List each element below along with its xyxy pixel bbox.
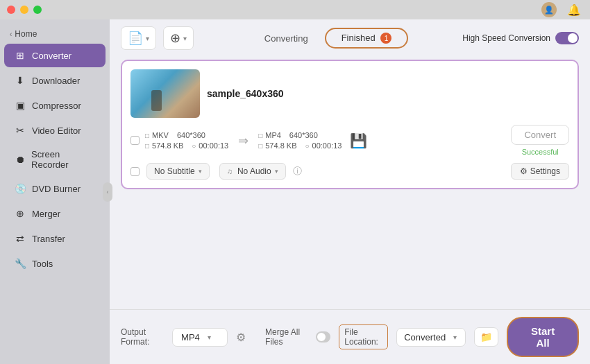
bottom-bar: Output Format: MP4 ▾ ⚙ Merge All Files F… xyxy=(110,309,590,364)
notification-icon[interactable]: 🔔 xyxy=(566,2,582,17)
main-content: 📄 ▾ ⊕ ▾ Converting Finished 1 High Speed… xyxy=(110,19,590,364)
open-folder-button[interactable]: 📁 xyxy=(474,327,498,347)
convert-arrow-icon: ⇒ xyxy=(228,133,258,148)
audio-select[interactable]: ♫ No Audio ▾ xyxy=(219,163,286,180)
file-location-value: Converted xyxy=(404,332,446,343)
tools-icon: 🔧 xyxy=(14,257,26,270)
target-file-icon: □ xyxy=(258,132,262,139)
source-resolution: 640*360 xyxy=(177,131,205,139)
merge-toggle-thumb xyxy=(317,333,326,341)
finished-badge: 1 xyxy=(380,33,391,44)
dvd-burner-icon: 💿 xyxy=(14,182,26,195)
sidebar-item-label: Screen Recorder xyxy=(31,149,96,170)
file-card-header: sample_640x360 xyxy=(130,69,569,118)
source-format: MKV xyxy=(152,131,169,139)
sidebar-item-merger[interactable]: ⊕ Merger xyxy=(4,202,106,225)
subtitle-select[interactable]: No Subtitle ▾ xyxy=(146,163,210,180)
high-speed-toggle[interactable] xyxy=(555,32,579,44)
tab-finished-label: Finished xyxy=(342,33,376,43)
merger-icon: ⊕ xyxy=(14,207,26,220)
maximize-button[interactable] xyxy=(33,6,42,14)
minimize-button[interactable] xyxy=(20,6,28,14)
tab-finished[interactable]: Finished 1 xyxy=(325,28,409,49)
file-icon: □ xyxy=(145,132,149,139)
tab-converting-label: Converting xyxy=(264,33,308,44)
thumbnail-figure xyxy=(151,90,162,111)
compressor-icon: ▣ xyxy=(14,99,26,112)
settings-button[interactable]: ⚙ Settings xyxy=(511,163,569,180)
output-format-label: Output Format: xyxy=(121,327,164,347)
high-speed-conversion: High Speed Conversion xyxy=(462,32,579,44)
settings-gear-icon: ⚙ xyxy=(520,166,528,176)
settings-icon-bottom[interactable]: ⚙ xyxy=(236,331,246,344)
close-button[interactable] xyxy=(7,6,15,14)
merge-toggle[interactable] xyxy=(316,331,331,343)
video-editor-icon: ✂ xyxy=(14,124,26,137)
high-speed-label: High Speed Conversion xyxy=(462,33,550,43)
sidebar: ‹ Home ⊞ Converter ⬇ Downloader ▣ Compre… xyxy=(0,19,110,364)
target-clock-icon: ○ xyxy=(305,142,310,150)
sidebar-item-converter[interactable]: ⊞ Converter xyxy=(4,44,106,67)
sidebar-item-label: Downloader xyxy=(32,76,80,86)
subtitle-checkbox[interactable] xyxy=(130,167,140,176)
add-url-icon: ⊕ xyxy=(170,31,180,46)
home-label: Home xyxy=(15,29,37,39)
convert-button[interactable]: Convert xyxy=(511,125,569,145)
subtitle-arrow-icon: ▾ xyxy=(199,168,202,175)
target-folder-icon: □ xyxy=(258,142,262,150)
source-size: 574.8 KB xyxy=(152,141,183,150)
target-info: □ MP4 640*360 □ 574.8 KB ○ 00:00:13 xyxy=(258,131,342,150)
save-settings-icon[interactable]: 💾 xyxy=(350,132,367,149)
sidebar-item-label: Merger xyxy=(32,209,60,219)
file-details: □ MKV 640*360 □ 574.8 KB ○ 00:00:13 ⇒ xyxy=(130,125,569,156)
target-format-row: □ MP4 640*360 xyxy=(258,131,342,139)
sidebar-item-tools[interactable]: 🔧 Tools xyxy=(4,252,106,275)
toolbar: 📄 ▾ ⊕ ▾ Converting Finished 1 High Speed… xyxy=(110,19,590,54)
add-file-icon: 📄 xyxy=(128,31,143,46)
start-all-button[interactable]: Start All xyxy=(507,317,579,357)
add-url-button[interactable]: ⊕ ▾ xyxy=(163,26,194,50)
home-link[interactable]: ‹ Home xyxy=(0,25,110,43)
sidebar-item-label: DVD Burner xyxy=(32,184,81,194)
file-location-arrow-icon: ▾ xyxy=(453,333,457,341)
file-location-label: File Location: xyxy=(339,324,388,349)
file-card: sample_640x360 □ MKV 640*360 □ 574.8 KB xyxy=(121,60,579,189)
sidebar-item-screen-recorder[interactable]: ⏺ Screen Recorder xyxy=(4,144,106,175)
sidebar-item-label: Video Editor xyxy=(32,125,81,136)
folder-icon: □ xyxy=(145,142,149,150)
source-format-row: □ MKV 640*360 xyxy=(145,131,228,139)
convert-success: Successful xyxy=(522,148,559,156)
audio-arrow-icon: ▾ xyxy=(275,168,278,175)
tab-converting[interactable]: Converting xyxy=(248,28,325,49)
target-size: 574.8 KB xyxy=(265,141,296,150)
sidebar-item-video-editor[interactable]: ✂ Video Editor xyxy=(4,119,106,142)
content-area: sample_640x360 □ MKV 640*360 □ 574.8 KB xyxy=(110,54,590,309)
subtitle-label: No Subtitle xyxy=(154,166,195,176)
sidebar-item-label: Compressor xyxy=(32,101,81,111)
info-icon[interactable]: ⓘ xyxy=(293,165,302,177)
file-checkbox[interactable] xyxy=(130,136,140,145)
target-size-row: □ 574.8 KB ○ 00:00:13 xyxy=(258,141,342,150)
home-arrow-icon: ‹ xyxy=(10,31,12,38)
toggle-thumb xyxy=(568,33,578,43)
output-format-select[interactable]: MP4 ▾ xyxy=(172,328,228,347)
sidebar-item-dvd-burner[interactable]: 💿 DVD Burner xyxy=(4,177,106,200)
add-file-arrow-icon: ▾ xyxy=(146,35,149,42)
user-avatar[interactable]: 👤 xyxy=(541,2,557,17)
target-resolution: 640*360 xyxy=(289,131,318,139)
sidebar-item-compressor[interactable]: ▣ Compressor xyxy=(4,94,106,117)
sidebar-item-label: Tools xyxy=(32,259,53,269)
titlebar: 👤 🔔 xyxy=(0,0,590,19)
collapse-handle[interactable]: ‹ xyxy=(103,182,112,202)
tabs: Converting Finished 1 xyxy=(201,28,455,49)
sidebar-item-transfer[interactable]: ⇄ Transfer xyxy=(4,227,106,250)
sidebar-item-label: Converter xyxy=(32,51,71,61)
sidebar-item-downloader[interactable]: ⬇ Downloader xyxy=(4,69,106,92)
output-format-value: MP4 xyxy=(181,332,200,343)
source-info: □ MKV 640*360 □ 574.8 KB ○ 00:00:13 xyxy=(145,131,228,150)
convert-actions: Convert Successful xyxy=(511,125,569,156)
file-location-select[interactable]: Converted ▾ xyxy=(396,328,466,347)
file-name: sample_640x360 xyxy=(207,88,284,99)
add-url-arrow-icon: ▾ xyxy=(183,35,187,42)
add-file-button[interactable]: 📄 ▾ xyxy=(121,26,156,50)
